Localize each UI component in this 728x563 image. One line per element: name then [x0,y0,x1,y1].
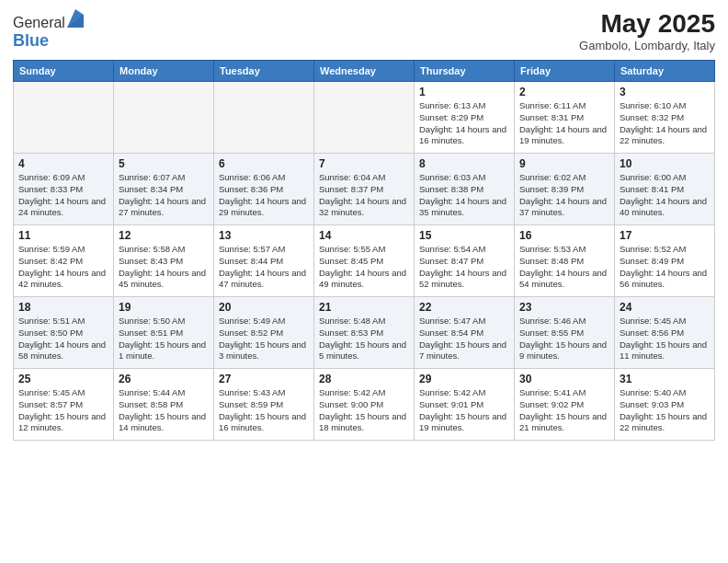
day-number: 15 [419,229,509,242]
calendar-day-cell: 8Sunrise: 6:03 AM Sunset: 8:38 PM Daylig… [415,154,515,225]
calendar-day-header: Monday [114,61,214,82]
day-info: Sunrise: 5:41 AM Sunset: 9:02 PM Dayligh… [519,387,609,434]
calendar-day-cell: 18Sunrise: 5:51 AM Sunset: 8:50 PM Dayli… [14,297,114,369]
day-number: 6 [219,157,309,170]
calendar-day-header: Thursday [415,61,515,82]
calendar-day-cell: 10Sunrise: 6:00 AM Sunset: 8:41 PM Dayli… [615,154,715,225]
calendar-day-cell [14,82,114,154]
day-info: Sunrise: 5:42 AM Sunset: 9:00 PM Dayligh… [319,387,409,434]
calendar-header-row: SundayMondayTuesdayWednesdayThursdayFrid… [14,61,715,82]
header: General Blue May 2025 Gambolo, Lombardy,… [13,9,715,52]
subtitle: Gambolo, Lombardy, Italy [579,39,715,52]
calendar-day-cell: 14Sunrise: 5:55 AM Sunset: 8:45 PM Dayli… [314,225,415,297]
calendar-day-cell: 4Sunrise: 6:09 AM Sunset: 8:33 PM Daylig… [14,154,114,225]
calendar-day-cell: 15Sunrise: 5:54 AM Sunset: 8:47 PM Dayli… [415,225,515,297]
calendar-day-cell: 21Sunrise: 5:48 AM Sunset: 8:53 PM Dayli… [314,297,415,369]
logo-blue-text: Blue [13,31,49,50]
calendar-day-cell: 24Sunrise: 5:45 AM Sunset: 8:56 PM Dayli… [615,297,715,369]
calendar-day-header: Tuesday [214,61,314,82]
day-number: 17 [620,229,710,242]
day-number: 22 [419,301,509,314]
day-number: 30 [519,373,609,385]
day-number: 25 [18,373,108,385]
day-number: 5 [119,157,209,170]
day-number: 28 [319,373,409,385]
calendar-day-cell: 1Sunrise: 6:13 AM Sunset: 8:29 PM Daylig… [415,82,515,154]
day-number: 4 [18,157,108,170]
day-info: Sunrise: 5:51 AM Sunset: 8:50 PM Dayligh… [18,316,108,362]
calendar-day-cell: 28Sunrise: 5:42 AM Sunset: 9:00 PM Dayli… [314,369,415,441]
calendar-week-row: 4Sunrise: 6:09 AM Sunset: 8:33 PM Daylig… [14,154,715,225]
calendar-week-row: 11Sunrise: 5:59 AM Sunset: 8:42 PM Dayli… [14,225,715,297]
day-number: 16 [519,229,609,242]
day-number: 3 [620,86,710,98]
day-info: Sunrise: 6:10 AM Sunset: 8:32 PM Dayligh… [620,100,710,147]
day-number: 20 [219,301,309,314]
calendar-day-cell: 16Sunrise: 5:53 AM Sunset: 8:48 PM Dayli… [515,225,615,297]
calendar-day-header: Friday [515,61,615,82]
calendar-day-cell: 26Sunrise: 5:44 AM Sunset: 8:58 PM Dayli… [114,369,214,441]
day-info: Sunrise: 5:52 AM Sunset: 8:49 PM Dayligh… [620,244,710,291]
day-number: 31 [620,373,710,385]
calendar-day-cell: 23Sunrise: 5:46 AM Sunset: 8:55 PM Dayli… [515,297,615,369]
day-info: Sunrise: 5:54 AM Sunset: 8:47 PM Dayligh… [419,244,509,291]
day-number: 11 [18,229,108,242]
day-number: 29 [419,373,509,385]
calendar-day-cell: 31Sunrise: 5:40 AM Sunset: 9:03 PM Dayli… [615,369,715,441]
day-number: 7 [319,157,409,170]
day-info: Sunrise: 6:09 AM Sunset: 8:33 PM Dayligh… [18,172,108,219]
calendar-day-cell: 6Sunrise: 6:06 AM Sunset: 8:36 PM Daylig… [214,154,314,225]
day-info: Sunrise: 6:13 AM Sunset: 8:29 PM Dayligh… [419,100,509,147]
day-number: 13 [219,229,309,242]
calendar-day-cell [114,82,214,154]
day-number: 18 [18,301,108,314]
calendar-day-cell: 13Sunrise: 5:57 AM Sunset: 8:44 PM Dayli… [214,225,314,297]
day-number: 23 [519,301,609,314]
main-title: May 2025 [579,9,715,39]
page: General Blue May 2025 Gambolo, Lombardy,… [0,0,728,563]
day-info: Sunrise: 5:43 AM Sunset: 8:59 PM Dayligh… [219,387,309,434]
day-number: 12 [119,229,209,242]
day-number: 10 [620,157,710,170]
day-number: 1 [419,86,509,98]
calendar-day-cell: 17Sunrise: 5:52 AM Sunset: 8:49 PM Dayli… [615,225,715,297]
day-number: 2 [519,86,609,98]
day-number: 9 [519,157,609,170]
day-info: Sunrise: 5:50 AM Sunset: 8:51 PM Dayligh… [119,316,209,362]
calendar-day-cell: 29Sunrise: 5:42 AM Sunset: 9:01 PM Dayli… [415,369,515,441]
calendar-day-cell: 3Sunrise: 6:10 AM Sunset: 8:32 PM Daylig… [615,82,715,154]
day-number: 21 [319,301,409,314]
day-info: Sunrise: 5:53 AM Sunset: 8:48 PM Dayligh… [519,244,609,291]
calendar-day-cell: 25Sunrise: 5:45 AM Sunset: 8:57 PM Dayli… [14,369,114,441]
calendar-day-cell: 12Sunrise: 5:58 AM Sunset: 8:43 PM Dayli… [114,225,214,297]
calendar-day-cell: 11Sunrise: 5:59 AM Sunset: 8:42 PM Dayli… [14,225,114,297]
calendar-day-cell: 22Sunrise: 5:47 AM Sunset: 8:54 PM Dayli… [415,297,515,369]
logo: General Blue [13,9,84,51]
calendar-table: SundayMondayTuesdayWednesdayThursdayFrid… [13,60,715,441]
calendar-day-cell: 30Sunrise: 5:41 AM Sunset: 9:02 PM Dayli… [515,369,615,441]
day-number: 14 [319,229,409,242]
calendar-day-header: Saturday [615,61,715,82]
day-info: Sunrise: 5:45 AM Sunset: 8:57 PM Dayligh… [18,387,108,434]
calendar-day-header: Sunday [14,61,114,82]
day-info: Sunrise: 6:11 AM Sunset: 8:31 PM Dayligh… [519,100,609,147]
title-block: May 2025 Gambolo, Lombardy, Italy [579,9,715,52]
day-info: Sunrise: 5:48 AM Sunset: 8:53 PM Dayligh… [319,316,409,362]
calendar-day-cell: 7Sunrise: 6:04 AM Sunset: 8:37 PM Daylig… [314,154,415,225]
day-info: Sunrise: 5:55 AM Sunset: 8:45 PM Dayligh… [319,244,409,291]
day-info: Sunrise: 5:47 AM Sunset: 8:54 PM Dayligh… [419,316,509,362]
calendar-day-cell: 9Sunrise: 6:02 AM Sunset: 8:39 PM Daylig… [515,154,615,225]
logo-general-text: General [13,15,65,30]
calendar-week-row: 25Sunrise: 5:45 AM Sunset: 8:57 PM Dayli… [14,369,715,441]
day-info: Sunrise: 5:44 AM Sunset: 8:58 PM Dayligh… [119,387,209,434]
day-number: 24 [620,301,710,314]
calendar-week-row: 18Sunrise: 5:51 AM Sunset: 8:50 PM Dayli… [14,297,715,369]
day-info: Sunrise: 5:42 AM Sunset: 9:01 PM Dayligh… [419,387,509,434]
day-number: 27 [219,373,309,385]
calendar-day-cell: 20Sunrise: 5:49 AM Sunset: 8:52 PM Dayli… [214,297,314,369]
day-info: Sunrise: 6:00 AM Sunset: 8:41 PM Dayligh… [620,172,710,219]
calendar-day-cell: 5Sunrise: 6:07 AM Sunset: 8:34 PM Daylig… [114,154,214,225]
day-info: Sunrise: 5:40 AM Sunset: 9:03 PM Dayligh… [620,387,710,434]
day-number: 19 [119,301,209,314]
day-info: Sunrise: 6:03 AM Sunset: 8:38 PM Dayligh… [419,172,509,219]
